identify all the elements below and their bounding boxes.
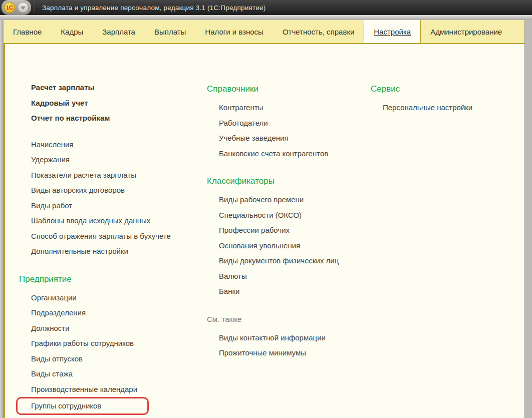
tab-otchetnost-spravki[interactable]: Отчетность, справки — [273, 20, 364, 43]
menu-column-3: СервисПерсональные настройки — [371, 80, 472, 116]
menu-link[interactable]: Виды рабочего времени — [207, 192, 339, 208]
menu-link[interactable]: Производственные календари — [19, 382, 171, 397]
menu-link[interactable]: Начисления — [19, 137, 171, 153]
tab-glavnoe[interactable]: Главное — [4, 20, 51, 43]
tab-kadry[interactable]: Кадры — [51, 20, 93, 43]
menu-link[interactable]: Виды авторских договоров — [19, 183, 171, 198]
menu-link[interactable]: Расчет зарплаты — [19, 80, 171, 96]
titlebar-divider — [35, 3, 35, 13]
menu-link[interactable]: Способ отражения зарплаты в бухучете — [19, 229, 171, 244]
menu-column-2: СправочникиКонтрагентыРаботодателиУчебны… — [207, 80, 339, 361]
menu-link[interactable]: Банки — [207, 284, 339, 299]
menu-link[interactable]: Прожиточные минимумы — [207, 345, 339, 361]
tab-vyplaty[interactable]: Выплаты — [145, 20, 195, 43]
menu-link[interactable]: Учебные заведения — [207, 131, 339, 146]
titlebar-bevel — [0, 15, 532, 20]
menu-link[interactable]: Подразделения — [19, 305, 171, 321]
menu-section: ПредприятиеОрганизацииПодразделенияДолжн… — [19, 270, 171, 415]
menu-link[interactable]: Показатели расчета зарплаты — [19, 168, 171, 183]
menu-link[interactable]: Банковские счета контрагентов — [207, 146, 339, 162]
menu-link[interactable]: Виды документов физических лиц — [207, 253, 339, 269]
menu-link-highlighted[interactable]: Группы сотрудников — [16, 397, 149, 415]
menu-section: КлассификаторыВиды рабочего времениСпеци… — [207, 172, 339, 299]
window-frame-right — [524, 20, 532, 418]
menu-section: См. такжеВиды контактной информацииПрожи… — [207, 310, 339, 361]
menu-section-header: Справочники — [207, 80, 339, 98]
menu-link[interactable]: Контрагенты — [207, 100, 339, 116]
menu-link[interactable]: Работодатели — [207, 116, 339, 131]
menu-link[interactable]: Графики работы сотрудников — [19, 336, 171, 351]
menu-link[interactable]: Удержания — [19, 152, 171, 168]
menu-link[interactable]: Отчет по настройкам — [19, 111, 171, 126]
menu-link[interactable]: Основания увольнения — [207, 238, 339, 254]
menu-link[interactable]: Виды работ — [19, 198, 171, 214]
window-menu-button[interactable] — [18, 2, 29, 13]
menu-link[interactable]: Должности — [19, 321, 171, 336]
menu-link[interactable]: Виды контактной информации — [207, 330, 339, 346]
menu-link[interactable]: Специальности (ОКСО) — [207, 208, 339, 223]
menu-section: СервисПерсональные настройки — [371, 80, 472, 116]
menu-link[interactable]: Виды стажа — [19, 366, 171, 382]
menu-section-header: Классификаторы — [207, 172, 339, 190]
tab-nalogi-i-vznosy[interactable]: Налоги и взносы — [195, 20, 273, 43]
chevron-down-icon — [21, 7, 26, 10]
window-title: Зарплата и управление персоналом, редакц… — [42, 4, 265, 12]
menu-section: СправочникиКонтрагентыРаботодателиУчебны… — [207, 80, 339, 161]
menu-section-header: Предприятие — [19, 270, 171, 288]
menu-link[interactable]: Виды отпусков — [19, 351, 171, 367]
title-bar: 1С Зарплата и управление персоналом, ред… — [0, 0, 532, 15]
menu-section-header: Сервис — [371, 80, 472, 98]
app-logo-1c-icon: 1С — [4, 2, 15, 13]
tab-administrirovanie[interactable]: Администрирование — [421, 20, 511, 43]
menu-link[interactable]: Организации — [19, 290, 171, 306]
window-frame-left — [0, 20, 4, 418]
menu-section: НачисленияУдержанияПоказатели расчета за… — [19, 137, 171, 259]
titlebar-button-group: 1С — [2, 0, 31, 15]
menu-link[interactable]: Персональные настройки — [371, 100, 472, 116]
menu-link[interactable]: Кадровый учет — [19, 96, 171, 111]
section-tab-bar: ГлавноеКадрыЗарплатаВыплатыНалоги и взно… — [4, 20, 524, 44]
settings-menu-panel: Расчет зарплатыКадровый учетОтчет по нас… — [4, 44, 524, 418]
menu-link[interactable]: Валюты — [207, 269, 339, 284]
menu-link[interactable]: Профессии рабочих — [207, 223, 339, 238]
tab-zarplata[interactable]: Зарплата — [93, 20, 145, 43]
menu-link[interactable]: Шаблоны ввода исходных данных — [19, 213, 171, 229]
menu-column-1: Расчет зарплатыКадровый учетОтчет по нас… — [19, 80, 171, 415]
menu-link[interactable]: Дополнительные настройки — [19, 244, 128, 259]
tab-nastroyka[interactable]: Настройка — [364, 20, 421, 43]
menu-section-header: См. также — [207, 310, 339, 328]
menu-section: Расчет зарплатыКадровый учетОтчет по нас… — [19, 80, 171, 126]
